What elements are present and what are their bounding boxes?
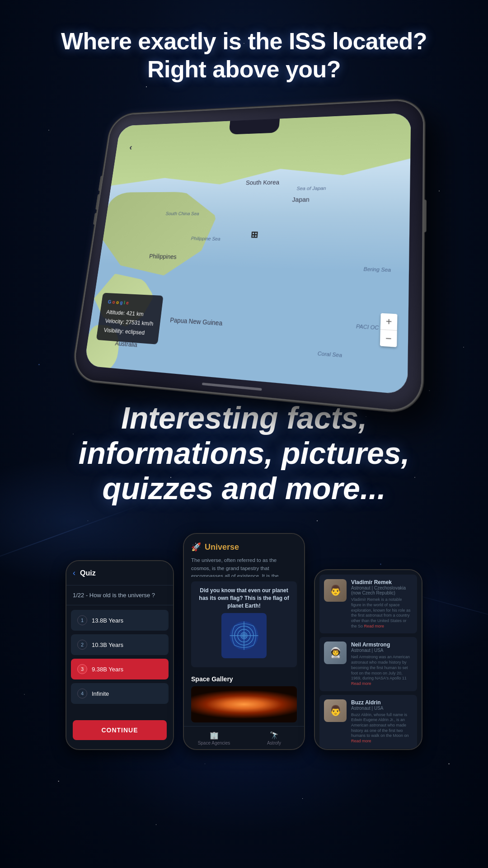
volume-down-button <box>95 194 101 209</box>
quiz-option-3[interactable]: 3 9.38B Years <box>71 659 169 679</box>
quiz-option-text-3: 9.38B Years <box>92 666 123 673</box>
armstrong-desc: Neil Armstrong was an American astronaut… <box>351 655 413 686</box>
quiz-option-num-4: 4 <box>77 689 87 698</box>
quiz-option-1[interactable]: 1 13.8B Years <box>71 610 169 631</box>
aldrin-read-more[interactable]: Read more <box>351 739 371 743</box>
quiz-screen: ‹ Quiz 1/22 - How old is the universe ? … <box>66 561 173 749</box>
header-title: Where exactly is the ISS located? Right … <box>0 27 488 84</box>
quiz-option-text-4: Infinite <box>92 690 109 697</box>
remek-face-icon: 👨 <box>324 579 347 602</box>
silent-button <box>93 212 98 224</box>
astronaut-card-aldrin[interactable]: 👨 Buzz Aldrin Astronaut | USA Buzz Aldri… <box>319 695 417 749</box>
bering-sea-label: Bering Sea <box>363 266 391 273</box>
korea-label: South Korea <box>245 179 279 186</box>
earth-flag-container <box>197 609 291 662</box>
nav-astrofy[interactable]: 🔭 Astrofy <box>244 726 304 749</box>
astronaut-avatar-remek: 👨 <box>324 579 347 602</box>
earth-flag <box>221 613 267 658</box>
astronaut-card-remek[interactable]: 👨 Vladimír Remek Astronaut | Czechoslova… <box>319 575 417 633</box>
quiz-option-num-3: 3 <box>77 664 87 674</box>
astronaut-info-armstrong: Neil Armstrong Astronaut | USA Neil Arms… <box>351 642 413 686</box>
astronaut-card-armstrong[interactable]: 👨‍🚀 Neil Armstrong Astronaut | USA Neil … <box>319 637 417 691</box>
philippines-label: Philippines <box>149 252 177 260</box>
astronaut-info-remek: Vladimír Remek Astronaut | Czechoslovaki… <box>351 579 413 629</box>
japan-label: Japan <box>292 196 310 203</box>
universe-phone: 🚀 Universe The universe, often referred … <box>183 533 305 750</box>
google-logo: Google <box>108 298 156 308</box>
bottom-navigation: 🏢 Space Agencies 🔭 Astrofy <box>184 726 304 749</box>
south-china-sea-label: South China Sea <box>165 211 199 216</box>
sea-of-japan-label: Sea of Japan <box>296 185 326 191</box>
quiz-title: Quiz <box>80 569 96 577</box>
nav-space-agencies-label: Space Agencies <box>198 741 230 745</box>
quiz-option-num-2: 2 <box>77 640 87 650</box>
iss-info-box: Google Altitude: 421 km Velocity: 27531 … <box>96 292 164 344</box>
zoom-out-button[interactable]: − <box>380 330 397 347</box>
quiz-phone: ‹ Quiz 1/22 - How old is the universe ? … <box>66 560 174 750</box>
quiz-header: ‹ Quiz <box>66 561 173 585</box>
astronaut-avatar-armstrong: 👨‍🚀 <box>324 642 347 664</box>
phone-body: ‹ South China Sea Philippine Sea Sea of … <box>72 99 423 412</box>
aldrin-desc: Buzz Aldrin, whose full name is Edwin Eu… <box>351 712 413 744</box>
astronaut-avatar-aldrin: 👨 <box>324 699 347 722</box>
main-phone-mockup: ‹ South China Sea Philippine Sea Sea of … <box>0 84 488 400</box>
quiz-option-text-2: 10.3B Years <box>92 642 123 648</box>
gallery-image <box>191 686 297 722</box>
astronaut-info-aldrin: Buzz Aldrin Astronaut | USA Buzz Aldrin,… <box>351 699 413 744</box>
quiz-question: 1/22 - How old is the universe ? <box>66 585 173 605</box>
universe-title: Universe <box>205 542 239 552</box>
astronaut-phone: 👨 Vladimír Remek Astronaut | Czechoslova… <box>314 569 422 750</box>
zoom-in-button[interactable]: + <box>380 313 398 330</box>
remek-name: Vladimír Remek <box>351 579 413 585</box>
header-line2: Right above you? <box>147 56 341 82</box>
quiz-option-num-1: 1 <box>77 615 87 625</box>
google-g: G <box>108 298 112 306</box>
philippines-landmass <box>84 368 108 394</box>
phone-home-bar <box>202 382 262 391</box>
china-landmass <box>98 192 219 277</box>
armstrong-name: Neil Armstrong <box>351 642 413 648</box>
header-line1: Where exactly is the ISS located? <box>61 28 427 54</box>
universe-screen: 🚀 Universe The universe, often referred … <box>184 534 304 749</box>
aldrin-role: Astronaut | USA <box>351 706 413 711</box>
middle-title: Interesting facts, informations, picture… <box>27 400 461 506</box>
nav-astrofy-label: Astrofy <box>267 741 281 745</box>
left-buttons <box>93 175 103 224</box>
aldrin-name: Buzz Aldrin <box>351 699 413 706</box>
iss-marker: ⊞ <box>250 229 264 240</box>
quiz-back-button[interactable]: ‹ <box>73 568 75 578</box>
universe-icon: 🚀 <box>191 542 201 552</box>
universe-header: 🚀 Universe <box>184 534 304 557</box>
phone-screen: ‹ South China Sea Philippine Sea Sea of … <box>84 113 411 395</box>
quiz-option-text-1: 13.8B Years <box>92 617 123 624</box>
astrofy-icon: 🔭 <box>244 731 304 740</box>
armstrong-read-more[interactable]: Read more <box>351 681 371 686</box>
continue-button[interactable]: CONTINUE <box>73 720 167 740</box>
nebula-visual <box>191 686 297 722</box>
universe-fact-text: Did you know that even our planet has it… <box>197 587 291 609</box>
remek-role: Astronaut | Czechoslovakia (now Czech Re… <box>351 585 413 595</box>
iss-icon: ⊞ <box>250 230 258 239</box>
armstrong-face-icon: 👨‍🚀 <box>324 642 347 664</box>
quiz-option-2[interactable]: 2 10.3B Years <box>71 634 169 655</box>
space-gallery-title: Space Gallery <box>184 672 304 686</box>
nav-space-agencies[interactable]: 🏢 Space Agencies <box>184 726 244 749</box>
remek-read-more[interactable]: Read more <box>364 624 385 628</box>
universe-body: The universe, often referred to as the c… <box>184 557 304 577</box>
zoom-controls[interactable]: + − <box>380 313 398 347</box>
header-section: Where exactly is the ISS located? Right … <box>0 0 488 93</box>
quiz-option-4[interactable]: 4 Infinite <box>71 683 169 704</box>
papua-label: Papua New Guinea <box>170 316 223 326</box>
universe-text: The universe, often referred to as the c… <box>191 557 297 577</box>
phone-notch <box>229 118 280 134</box>
aldrin-face-icon: 👨 <box>324 699 347 722</box>
zoom-divider <box>380 329 397 330</box>
volume-up-button <box>98 175 103 191</box>
armstrong-role: Astronaut | USA <box>351 648 413 653</box>
coral-sea-label: Coral Sea <box>318 350 343 358</box>
quiz-options: 1 13.8B Years 2 10.3B Years 3 9.38B Year… <box>66 605 173 716</box>
space-agencies-icon: 🏢 <box>184 731 244 740</box>
pacific-label: PACI OC <box>356 323 379 330</box>
universe-fact-box: Did you know that even our planet has it… <box>191 581 297 667</box>
svg-point-6 <box>241 633 246 638</box>
